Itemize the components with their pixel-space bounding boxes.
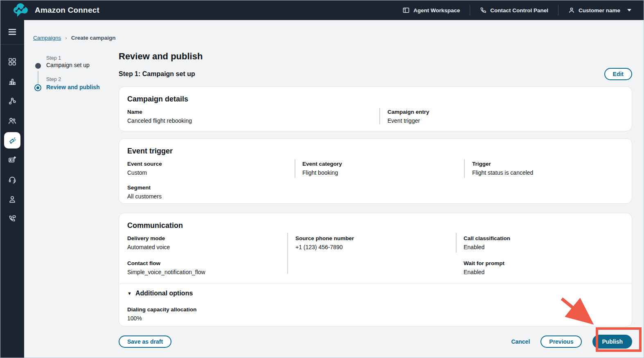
column-divider <box>379 108 380 124</box>
field-name: Name Canceled flight rebooking <box>127 108 379 125</box>
field-dialing-capacity-allocation: Dialing capacity allocation 100% <box>127 306 624 322</box>
step2-active-radio <box>34 84 41 91</box>
footer-actions: Save as draft Cancel Previous Publish <box>119 335 632 349</box>
additional-options-title: Additional options <box>135 290 193 297</box>
save-as-draft-button[interactable]: Save as draft <box>119 335 171 348</box>
field-event-category: Event category Flight booking <box>295 160 464 177</box>
campaign-details-card: Campaign details Name Canceled flight re… <box>119 86 632 131</box>
sidebar-item-contacts[interactable] <box>0 156 24 164</box>
field-label: Event category <box>302 160 464 167</box>
field-trigger: Trigger Flight status is canceled <box>464 160 624 177</box>
nav-divider <box>470 5 470 16</box>
user-icon <box>568 7 575 14</box>
users-icon <box>8 117 16 125</box>
sidebar-divider <box>0 44 24 45</box>
field-value: Flight status is canceled <box>472 169 624 177</box>
breadcrumb: Campaigns › Create campaign <box>33 35 115 41</box>
additional-options-toggle[interactable]: ▼ Additional options <box>127 290 624 297</box>
field-label: Call classification <box>464 235 624 242</box>
top-header: Amazon Connect Agent Workspace Contact C… <box>0 0 644 20</box>
field-label: Segment <box>127 184 295 191</box>
sidebar-item-routing[interactable] <box>0 97 24 105</box>
field-value: Event trigger <box>387 117 624 125</box>
sidebar-nav <box>0 58 24 223</box>
grid-icon <box>8 58 16 66</box>
person-icon <box>8 195 16 203</box>
menu-icon[interactable] <box>0 26 24 38</box>
previous-button[interactable]: Previous <box>540 335 582 348</box>
field-value: Custom <box>127 169 295 177</box>
sidebar-item-campaigns[interactable] <box>0 136 24 144</box>
step-connector <box>38 71 38 84</box>
contact-control-panel-label: Contact Control Panel <box>490 7 548 14</box>
sidebar-item-analytics[interactable] <box>0 77 24 86</box>
field-value: Enabled <box>464 243 624 251</box>
field-delivery-mode: Delivery mode Automated voice <box>127 235 287 251</box>
branch-icon <box>8 97 16 105</box>
field-value: Simple_voice_notification_flow <box>127 268 287 276</box>
breadcrumb-campaigns-link[interactable]: Campaigns <box>33 35 61 41</box>
field-event-source: Event source Custom <box>127 160 295 177</box>
brand: Amazon Connect <box>0 2 99 18</box>
field-label: Contact flow <box>127 260 287 267</box>
event-trigger-card: Event trigger Event source Custom Event … <box>119 138 632 204</box>
field-value: Canceled flight rebooking <box>127 117 379 125</box>
column-divider <box>287 233 288 274</box>
step1-completed-dot <box>35 63 41 69</box>
field-value: 100% <box>127 315 624 322</box>
sidebar-item-dashboard[interactable] <box>0 58 24 66</box>
field-value: Enabled <box>464 268 624 276</box>
edit-button[interactable]: Edit <box>604 68 632 80</box>
field-value: +1 (123) 456-7890 <box>295 243 456 251</box>
field-value: All customers <box>127 193 295 200</box>
field-label: Dialing capacity allocation <box>127 306 624 313</box>
content-column: Review and publish Step 1: Campaign set … <box>119 51 632 349</box>
sidebar-item-calls[interactable] <box>0 215 24 223</box>
bar-chart-icon <box>8 77 16 86</box>
nav-divider <box>558 5 558 16</box>
sidebar-item-agent-support[interactable] <box>0 176 24 184</box>
breadcrumb-current: Create campaign <box>71 35 116 41</box>
field-source-phone-number: Source phone number +1 (123) 456-7890 <box>287 235 456 251</box>
column-divider <box>456 233 457 252</box>
phone-icon <box>480 7 486 14</box>
step-navigation: Step 1 Campaign set up Step 2 Review and… <box>34 55 124 100</box>
sidebar-item-profile[interactable] <box>0 195 24 203</box>
megaphone-icon <box>8 136 16 144</box>
step1-link[interactable]: Campaign set up <box>46 62 90 68</box>
field-label: Wait for prompt <box>464 260 624 267</box>
field-label: Delivery mode <box>127 235 287 242</box>
field-call-classification: Call classification Enabled <box>456 235 624 251</box>
section-divider <box>119 284 632 284</box>
card-title: Campaign details <box>127 95 624 104</box>
field-label: Source phone number <box>295 235 456 242</box>
agent-workspace-label: Agent Workspace <box>413 7 460 14</box>
amazon-connect-logo <box>12 2 29 18</box>
contact-card-icon <box>8 156 16 164</box>
section-title: Step 1: Campaign set up <box>119 70 195 78</box>
cancel-button[interactable]: Cancel <box>511 338 530 345</box>
step2-label: Step 2 <box>46 77 61 82</box>
field-label: Campaign entry <box>387 108 624 115</box>
customer-menu-button[interactable]: Customer name <box>567 5 633 16</box>
main-content: Campaigns › Create campaign Step 1 Campa… <box>24 20 644 358</box>
communication-card: Communication Delivery mode Automated vo… <box>119 213 632 326</box>
sidebar-item-users[interactable] <box>0 117 24 125</box>
page-title: Review and publish <box>119 51 632 62</box>
step2-link[interactable]: Review and publish <box>46 84 100 90</box>
field-value: Flight booking <box>302 169 464 177</box>
sidebar <box>0 20 24 358</box>
publish-button[interactable]: Publish <box>592 335 632 349</box>
field-segment: Segment All customers <box>127 184 295 200</box>
top-nav: Agent Workspace Contact Control Panel Cu… <box>401 5 644 16</box>
chevron-down-icon <box>627 9 631 11</box>
card-title: Communication <box>127 221 624 230</box>
headset-icon <box>8 176 16 184</box>
contact-control-panel-button[interactable]: Contact Control Panel <box>478 5 550 16</box>
field-label: Event source <box>127 160 295 167</box>
active-item-highlight <box>4 132 20 149</box>
column-divider <box>295 159 295 178</box>
section-header: Step 1: Campaign set up Edit <box>119 68 632 80</box>
agent-workspace-button[interactable]: Agent Workspace <box>401 5 462 16</box>
card-title: Event trigger <box>127 147 624 155</box>
